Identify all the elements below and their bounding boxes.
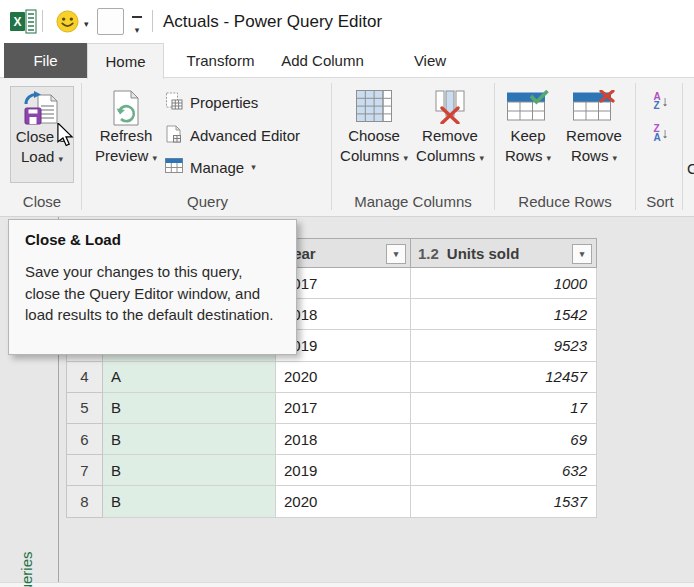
manage-icon (165, 158, 183, 176)
dropdown-caret-icon: ▾ (59, 154, 64, 164)
queries-pane-vertical-label[interactable]: Queries (18, 551, 35, 587)
row-number-cell[interactable]: 4 (66, 362, 103, 393)
refresh-preview-icon (92, 86, 160, 126)
ribbon-tab-row: File Home Transform Add Column View (0, 43, 694, 78)
units-sold-cell[interactable]: 12457 (411, 362, 597, 393)
filter-caret-icon: ▾ (394, 250, 399, 259)
close-and-load-icon (11, 87, 73, 127)
dropdown-caret-icon: ▾ (479, 153, 484, 163)
units-sold-cell[interactable]: 1537 (411, 486, 597, 517)
customize-quick-access-toolbar-icon[interactable]: ▾ (131, 16, 143, 37)
decimal-type-icon: 1.2 (411, 245, 439, 262)
units-sold-cell[interactable]: 1542 (411, 299, 597, 330)
year-cell[interactable]: 2018 (276, 424, 411, 455)
units-sold-cell[interactable]: 632 (411, 455, 597, 486)
ribbon-home: Close & Load ▾ Close Refresh Preview ▾ (0, 78, 694, 217)
window-title: Actuals - Power Query Editor (163, 0, 382, 43)
dropdown-caret-icon: ▾ (547, 153, 552, 163)
units-sold-cell[interactable]: 1000 (411, 268, 597, 299)
choose-columns-button[interactable]: Choose Columns ▾ (338, 86, 410, 183)
dropdown-caret-icon: ▾ (613, 153, 618, 163)
product-cell[interactable]: B (103, 393, 276, 424)
excel-app-icon: X (10, 9, 37, 38)
tooltip-body: Save your changes to this query, close t… (25, 261, 280, 326)
year-cell[interactable]: 2017 (276, 393, 411, 424)
units-sold-cell[interactable]: 69 (411, 424, 597, 455)
group-separator (81, 83, 82, 210)
tab-file[interactable]: File (4, 43, 87, 78)
smiley-feedback-icon[interactable] (56, 10, 79, 37)
group-label-query: Query (84, 193, 331, 210)
row-number-cell[interactable]: 5 (66, 393, 103, 424)
tab-view[interactable]: View (390, 43, 470, 78)
down-arrow-icon: ↓ (662, 93, 669, 109)
sort-descending-button[interactable]: Z A ↓ (644, 119, 678, 147)
tooltip-title: Close & Load (25, 231, 280, 248)
table-row: 5 B 2017 17 (66, 393, 597, 424)
group-label-close: Close (6, 193, 78, 210)
power-query-editor-window: X ▾ ▾ Actuals - Power Query Editor File … (0, 0, 694, 587)
product-cell[interactable]: B (103, 455, 276, 486)
titlebar-separator (42, 10, 43, 32)
properties-button[interactable]: Properties (165, 88, 258, 116)
properties-icon (165, 92, 183, 113)
keep-rows-icon (499, 86, 557, 126)
filter-dropdown-button[interactable]: ▾ (386, 244, 406, 264)
sort-az-icon: A Z (653, 92, 660, 110)
title-bar: X ▾ ▾ Actuals - Power Query Editor (0, 0, 694, 43)
year-cell[interactable]: 2020 (276, 486, 411, 517)
sort-za-icon: Z A (653, 124, 660, 142)
sort-ascending-button[interactable]: A Z ↓ (644, 87, 678, 115)
tab-transform[interactable]: Transform (164, 43, 277, 78)
advanced-editor-button[interactable]: Advanced Editor (165, 121, 300, 149)
group-separator (494, 83, 495, 210)
svg-text:X: X (13, 15, 21, 29)
table-row: 8 B 2020 1537 (66, 486, 597, 517)
titlebar-separator (152, 10, 153, 32)
remove-rows-icon (560, 86, 628, 126)
horizontal-scrollbar-track[interactable] (0, 582, 694, 587)
remove-rows-button[interactable]: Remove Rows ▾ (560, 86, 628, 183)
table-row: 4 A 2020 12457 (66, 362, 597, 393)
group-label-sort: Sort (637, 193, 683, 210)
table-row: 7 B 2019 632 (66, 455, 597, 486)
tab-add-column[interactable]: Add Column (277, 43, 368, 78)
close-and-load-tooltip: Close & Load Save your changes to this q… (8, 219, 297, 355)
group-separator (331, 83, 332, 210)
refresh-preview-button[interactable]: Refresh Preview ▾ (92, 86, 160, 183)
choose-columns-icon (338, 86, 410, 126)
table-row: 6 B 2018 69 (66, 424, 597, 455)
tab-home[interactable]: Home (87, 43, 164, 79)
column-header-units-sold[interactable]: 1.2 Units sold ▾ (411, 238, 597, 268)
dropdown-caret-icon: ▾ (403, 153, 408, 163)
smiley-dropdown-caret-icon[interactable]: ▾ (84, 20, 89, 29)
year-cell[interactable]: 2020 (276, 362, 411, 393)
row-number-cell[interactable]: 7 (66, 455, 103, 486)
product-cell[interactable]: B (103, 486, 276, 517)
product-cell[interactable]: B (103, 424, 276, 455)
group-separator (682, 83, 683, 210)
group-label-reduce-rows: Reduce Rows (497, 193, 633, 210)
units-sold-cell[interactable]: 9523 (411, 330, 597, 361)
dropdown-caret-icon: ▾ (153, 153, 158, 163)
remove-columns-button[interactable]: Remove Columns ▾ (412, 86, 488, 183)
row-number-cell[interactable]: 8 (66, 486, 103, 517)
clipped-next-group-text: C (687, 160, 694, 177)
dropdown-caret-icon: ▾ (251, 162, 256, 172)
filter-caret-icon: ▾ (580, 250, 585, 259)
close-and-load-button[interactable]: Close & Load ▾ (10, 86, 74, 183)
filter-dropdown-button[interactable]: ▾ (572, 244, 592, 264)
remove-columns-icon (412, 86, 488, 126)
manage-button[interactable]: Manage ▾ (165, 153, 256, 181)
group-separator (635, 83, 636, 210)
row-number-cell[interactable]: 6 (66, 424, 103, 455)
year-cell[interactable]: 2019 (276, 455, 411, 486)
down-arrow-icon: ↓ (662, 125, 669, 141)
quick-access-blank-button[interactable] (97, 8, 124, 35)
product-cell[interactable]: A (103, 362, 276, 393)
advanced-editor-icon (165, 125, 183, 146)
keep-rows-button[interactable]: Keep Rows ▾ (499, 86, 557, 183)
units-sold-cell[interactable]: 17 (411, 393, 597, 424)
group-label-manage-columns: Manage Columns (334, 193, 492, 210)
